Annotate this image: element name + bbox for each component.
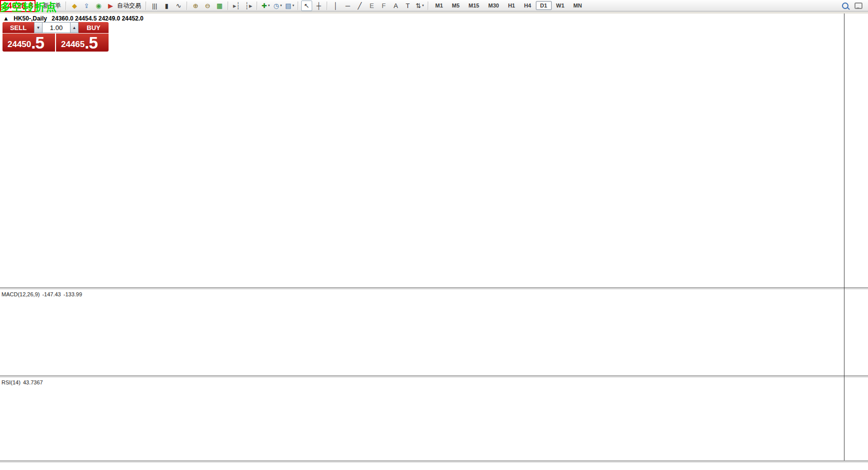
panel-collapse-icon[interactable]: ▲: [3, 15, 9, 22]
autotrading-button[interactable]: ▶: [105, 1, 116, 11]
dropdown-arrow-icon: ▾: [280, 4, 282, 8]
chart-symbol-label: HK50-,Daily: [14, 15, 47, 22]
autotrading-icon: ▶: [108, 3, 113, 9]
price-chart-pane[interactable]: [0, 14, 844, 287]
toolbar-separator: [428, 2, 429, 10]
text-icon: A: [394, 3, 398, 9]
zoom-out-icon: ⊖: [205, 3, 211, 9]
arrows-button[interactable]: ⇅▾: [414, 1, 425, 11]
styles-icon: ◆: [72, 3, 77, 9]
chart-ohlc-values: 24360.0 24454.5 24249.0 24452.0: [52, 15, 144, 22]
toolbar-separator: [327, 2, 328, 10]
line-chart-button[interactable]: ∿: [173, 1, 184, 11]
buy-button[interactable]: BUY: [79, 22, 109, 33]
publish-button[interactable]: ⇪: [81, 1, 92, 11]
periods-button[interactable]: ◷▾: [272, 1, 283, 11]
text-button[interactable]: A: [390, 1, 401, 11]
bar-chart-button[interactable]: |||: [149, 1, 160, 11]
equidistant-channel-button[interactable]: E: [366, 1, 377, 11]
crosshair-button[interactable]: ┼: [313, 1, 324, 11]
volume-input[interactable]: [43, 22, 70, 33]
dropdown-arrow-icon: ▾: [422, 4, 424, 8]
equidistant-channel-icon: E: [370, 3, 374, 9]
candlestick-chart-icon: ▮: [165, 3, 168, 9]
turning-point-text[interactable]: 多空转折点: [0, 0, 58, 14]
timeframe-d1-button[interactable]: D1: [536, 1, 552, 10]
cursor-button[interactable]: ↖: [301, 1, 312, 11]
timeframe-mn-button[interactable]: MN: [569, 1, 586, 10]
horizontal-line-button[interactable]: ─: [342, 1, 353, 11]
publish-icon: ⇪: [84, 3, 90, 9]
macd-pane[interactable]: [0, 290, 844, 375]
autotrading-label: 自动交易: [117, 2, 141, 10]
bar-chart-icon: |||: [152, 3, 157, 9]
arrows-icon: ⇅: [416, 3, 421, 9]
timeframe-w1-button[interactable]: W1: [552, 1, 569, 10]
trendline-icon: ╱: [358, 3, 362, 9]
trendline-button[interactable]: ╱: [354, 1, 365, 11]
one-click-trade-panel: SELL ▼ ▲ BUY 24450 .5 24465 .5: [3, 22, 109, 52]
auto-scroll-icon: ▸┆: [233, 3, 240, 9]
zoom-in-button[interactable]: ⊕: [190, 1, 201, 11]
toolbar-separator: [187, 2, 188, 10]
tile-windows-icon: ▦: [217, 3, 223, 9]
timeframe-m15-button[interactable]: M15: [464, 1, 484, 10]
zoom-out-button[interactable]: ⊖: [202, 1, 213, 11]
auto-scroll-button[interactable]: ▸┆: [231, 1, 242, 11]
rsi-indicator-label: RSI(14)43.7367: [2, 379, 43, 385]
volume-increase-button[interactable]: ▲: [70, 22, 79, 33]
periods-icon: ◷: [274, 3, 279, 9]
styles-button[interactable]: ◆: [69, 1, 80, 11]
pane-separator[interactable]: [0, 375, 868, 378]
vertical-line-icon: │: [334, 3, 338, 9]
fibonacci-button[interactable]: F: [378, 1, 389, 11]
toolbar-separator: [257, 2, 258, 10]
fibonacci-icon: F: [382, 3, 386, 9]
buy-price-main: 24465: [61, 38, 85, 51]
dropdown-arrow-icon: ▾: [268, 4, 270, 8]
chart-title: ▲ HK50-,Daily 24360.0 24454.5 24249.0 24…: [3, 15, 144, 22]
timeframe-h4-button[interactable]: H4: [519, 1, 535, 10]
pane-separator[interactable]: [0, 287, 868, 290]
signals-button[interactable]: ◉: [93, 1, 104, 11]
sell-button[interactable]: SELL: [3, 22, 34, 33]
templates-button[interactable]: ▤▾: [284, 1, 295, 11]
sell-price-main: 24450: [8, 38, 31, 51]
timeframe-h1-button[interactable]: H1: [503, 1, 519, 10]
buy-price-frac: .5: [85, 35, 98, 51]
sell-price[interactable]: 24450 .5: [3, 34, 55, 52]
text-label-button[interactable]: T: [402, 1, 413, 11]
signals-icon: ◉: [96, 3, 101, 9]
horizontal-line-icon: ─: [345, 3, 350, 9]
add-indicators-button[interactable]: ✚▾: [260, 1, 271, 11]
candlestick-chart-button[interactable]: ▮: [161, 1, 172, 11]
time-axis-separator: [0, 460, 868, 463]
chart-shift-button[interactable]: ┆▸: [243, 1, 254, 11]
zoom-in-icon: ⊕: [193, 3, 199, 9]
rsi-pane[interactable]: [0, 378, 844, 460]
toolbar-separator: [298, 2, 299, 10]
macd-signal-value: -133.99: [64, 291, 82, 297]
add-indicators-icon: ✚: [262, 3, 267, 9]
crosshair-icon: ┼: [316, 3, 321, 9]
toolbar-separator: [228, 2, 229, 10]
timeframe-m1-button[interactable]: M1: [431, 1, 447, 10]
search-button[interactable]: [839, 1, 850, 11]
chat-button[interactable]: [853, 1, 864, 11]
toolbar-separator: [66, 2, 67, 10]
vertical-line-button[interactable]: │: [330, 1, 341, 11]
sell-price-frac: .5: [31, 35, 44, 51]
macd-indicator-label: MACD(12,26,9)-147.43-133.99: [2, 291, 82, 297]
buy-price[interactable]: 24465 .5: [56, 34, 109, 52]
cursor-icon: ↖: [304, 3, 310, 9]
templates-icon: ▤: [285, 3, 291, 9]
tile-windows-button[interactable]: ▦: [214, 1, 225, 11]
search-icon: [842, 3, 848, 9]
trading-platform-window: ▥◫⊞新订单◆⇪◉▶自动交易|||▮∿⊕⊖▦▸┆┆▸✚▾◷▾▤▾↖┼│─╱EFA…: [0, 0, 868, 470]
timeframe-m5-button[interactable]: M5: [447, 1, 464, 10]
chat-icon: [854, 3, 862, 9]
timeframe-m30-button[interactable]: M30: [484, 1, 503, 10]
rsi-value: 43.7367: [23, 379, 43, 385]
volume-decrease-button[interactable]: ▼: [34, 22, 43, 33]
toolbar-separator: [146, 2, 147, 10]
